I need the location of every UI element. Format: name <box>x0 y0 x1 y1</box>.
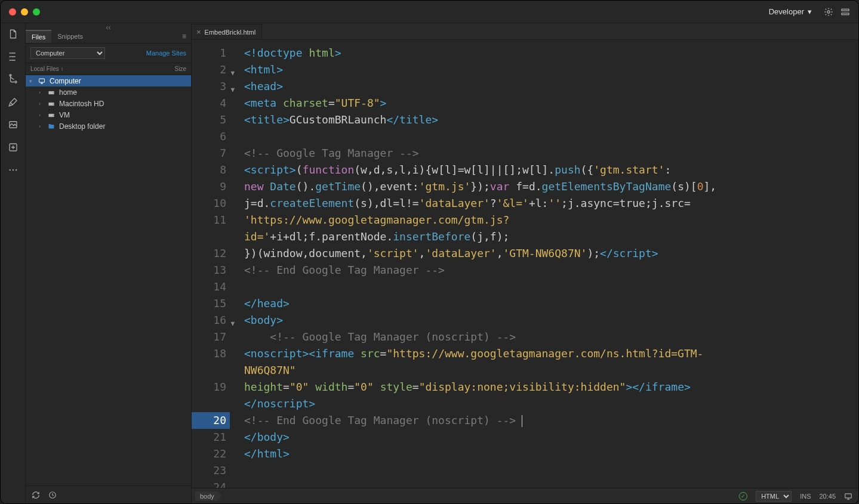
brush-icon[interactable] <box>7 96 19 108</box>
minimize-window-button[interactable] <box>21 8 28 16</box>
file-tab[interactable]: × EmbedBrickl.html <box>192 24 262 39</box>
assets-icon[interactable] <box>7 119 19 131</box>
col-local-files[interactable]: Local Files ↑ <box>30 66 175 72</box>
svg-rect-1 <box>842 9 849 11</box>
tree-item[interactable]: ›Macintosh HD <box>26 98 191 109</box>
code-editor[interactable]: 12▼3▼45678910111213141516▼17181920212223… <box>192 40 858 488</box>
chevron-down-icon: ▾ <box>808 7 812 16</box>
app-window: Developer ▾ ‹‹ Files <box>0 0 859 504</box>
sync-icon[interactable] <box>48 491 57 499</box>
insert-mode[interactable]: INS <box>800 493 811 500</box>
workspace-switcher[interactable]: Developer ▾ <box>764 5 817 18</box>
svg-point-8 <box>12 169 13 171</box>
svg-rect-2 <box>842 13 849 15</box>
svg-point-7 <box>9 169 10 171</box>
insert-icon[interactable] <box>7 141 19 153</box>
breadcrumb[interactable]: body <box>195 491 221 501</box>
panel-menu-icon[interactable]: ≡ <box>177 32 191 41</box>
titlebar: Developer ▾ <box>1 1 858 23</box>
svg-point-4 <box>15 81 17 83</box>
tree-item[interactable]: ▾Computer <box>26 75 191 86</box>
tree-item[interactable]: ›home <box>26 86 191 98</box>
editor-area: × EmbedBrickl.html 12▼3▼4567891011121314… <box>192 23 858 503</box>
svg-point-9 <box>16 169 17 171</box>
code-content[interactable]: <!doctype html><html><head><meta charset… <box>230 40 858 488</box>
file-tree[interactable]: ▾Computer›home›Macintosh HD›VM›Desktop f… <box>26 75 191 486</box>
statusbar: body ✓ HTML INS 20:45 <box>192 488 858 503</box>
tab-files[interactable]: Files <box>26 30 51 43</box>
tab-snippets[interactable]: Snippets <box>51 30 89 42</box>
tree-item[interactable]: ›VM <box>26 109 191 120</box>
file-manager-icon[interactable] <box>7 51 19 63</box>
site-dropdown[interactable]: Computer <box>30 47 105 59</box>
svg-point-14 <box>53 104 54 104</box>
cursor-position: 20:45 <box>819 493 836 500</box>
screen-size-icon[interactable] <box>844 492 852 500</box>
svg-rect-18 <box>845 493 852 497</box>
panel-collapse-icon[interactable]: ‹‹ <box>26 23 191 29</box>
svg-point-12 <box>53 92 54 93</box>
refresh-icon[interactable] <box>32 491 40 499</box>
panel-tabs: Files Snippets ≡ <box>26 29 191 44</box>
status-ok-icon[interactable]: ✓ <box>739 492 747 500</box>
language-selector[interactable]: HTML <box>756 491 792 502</box>
svg-rect-10 <box>39 79 45 82</box>
workspace-label: Developer <box>769 7 804 16</box>
close-tab-icon[interactable]: × <box>196 27 201 36</box>
manage-sites-link[interactable]: Manage Sites <box>146 50 186 57</box>
preferences-icon[interactable] <box>840 7 850 17</box>
svg-point-0 <box>827 11 830 13</box>
tree-item[interactable]: ›Desktop folder <box>26 120 191 132</box>
maximize-window-button[interactable] <box>33 8 40 16</box>
more-icon[interactable] <box>7 164 19 176</box>
close-window-button[interactable] <box>9 8 16 16</box>
git-icon[interactable] <box>7 73 19 85</box>
file-tab-label: EmbedBrickl.html <box>205 29 256 36</box>
new-file-icon[interactable] <box>7 28 19 40</box>
svg-point-16 <box>53 115 54 116</box>
editor-tabbar: × EmbedBrickl.html <box>192 23 858 40</box>
window-controls <box>9 8 40 16</box>
col-size[interactable]: Size <box>175 66 186 72</box>
files-panel: ‹‹ Files Snippets ≡ Computer Manage Site… <box>26 23 192 503</box>
line-gutter: 12▼3▼45678910111213141516▼17181920212223… <box>192 40 230 488</box>
tool-rail <box>1 23 26 503</box>
sync-settings-icon[interactable] <box>824 7 833 17</box>
